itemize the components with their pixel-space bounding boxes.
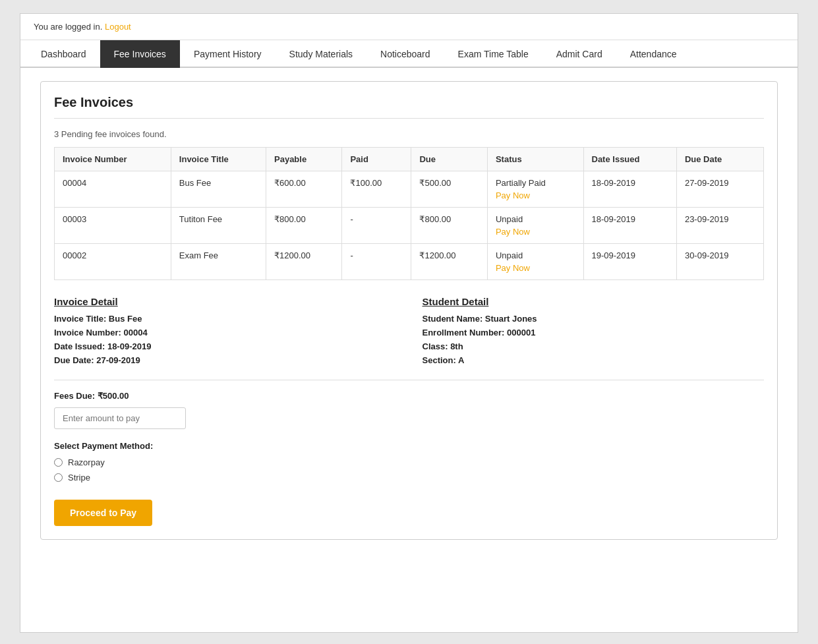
cell-paid: - (342, 208, 411, 244)
fee-invoices-card: Fee Invoices 3 Pending fee invoices foun… (40, 81, 778, 540)
cell-status: Partially Paid Pay Now (487, 171, 583, 208)
student-name-line: Student Name: Stuart Jones (423, 314, 765, 324)
pay-now-link[interactable]: Pay Now (496, 190, 575, 200)
tab-study-materials[interactable]: Study Materials (276, 40, 366, 68)
pending-text: 3 Pending fee invoices found. (54, 129, 764, 139)
cell-invoice-title: Tutiton Fee (171, 208, 266, 244)
cell-due-date: 30-09-2019 (676, 244, 763, 280)
payment-section: Fees Due: ₹500.00 Select Payment Method:… (54, 391, 764, 526)
cell-date-issued: 19-09-2019 (583, 244, 676, 280)
table-row: 00002 Exam Fee ₹1200.00 - ₹1200.00 Unpai… (55, 244, 764, 280)
cell-due-date: 27-09-2019 (676, 171, 763, 208)
tab-fee-invoices[interactable]: Fee Invoices (100, 40, 180, 68)
enrollment-number-line: Enrollment Number: 000001 (423, 328, 765, 337)
cell-due: ₹800.00 (411, 208, 487, 244)
detail-section: Invoice Detail Invoice Title: Bus Fee In… (54, 296, 764, 380)
cell-invoice-number: 00003 (55, 208, 171, 244)
cell-invoice-number: 00002 (55, 244, 171, 280)
col-due-date: Due Date (676, 148, 763, 171)
col-status: Status (487, 148, 583, 171)
cell-status: Unpaid Pay Now (487, 208, 583, 244)
section-line: Section: A (423, 355, 765, 365)
status-text: Unpaid (496, 250, 575, 260)
student-detail: Student Detail Student Name: Stuart Jone… (423, 296, 765, 369)
col-paid: Paid (342, 148, 411, 171)
cell-payable: ₹800.00 (266, 208, 342, 244)
top-bar: You are logged in. Logout (20, 14, 798, 40)
stripe-radio[interactable] (54, 473, 63, 482)
cell-status: Unpaid Pay Now (487, 244, 583, 280)
tab-exam-time-table[interactable]: Exam Time Table (444, 40, 542, 68)
cell-payable: ₹1200.00 (266, 244, 342, 280)
cell-paid: ₹100.00 (342, 171, 411, 208)
status-text: Unpaid (496, 214, 575, 224)
col-due: Due (411, 148, 487, 171)
logout-link[interactable]: Logout (105, 22, 131, 32)
pay-now-link[interactable]: Pay Now (496, 263, 575, 273)
invoices-table: Invoice Number Invoice Title Payable Pai… (54, 147, 764, 280)
cell-invoice-title: Exam Fee (171, 244, 266, 280)
table-row: 00003 Tutiton Fee ₹800.00 - ₹800.00 Unpa… (55, 208, 764, 244)
stripe-option[interactable]: Stripe (54, 473, 764, 483)
payment-method-label: Select Payment Method: (54, 441, 764, 451)
status-text: Partially Paid (496, 178, 575, 188)
cell-payable: ₹600.00 (266, 171, 342, 208)
invoice-date-issued-line: Date Issued: 18-09-2019 (54, 341, 396, 351)
razorpay-radio[interactable] (54, 458, 63, 467)
invoice-number-line: Invoice Number: 00004 (54, 328, 396, 337)
tab-noticeboard[interactable]: Noticeboard (366, 40, 444, 68)
tab-dashboard[interactable]: Dashboard (27, 40, 100, 68)
cell-paid: - (342, 244, 411, 280)
nav-tabs: Dashboard Fee Invoices Payment History S… (20, 40, 798, 68)
tab-admit-card[interactable]: Admit Card (542, 40, 616, 68)
logged-in-text: You are logged in. (34, 22, 102, 32)
fees-due-text: Fees Due: ₹500.00 (54, 391, 764, 401)
razorpay-label: Razorpay (68, 457, 105, 467)
col-invoice-title: Invoice Title (171, 148, 266, 171)
cell-date-issued: 18-09-2019 (583, 171, 676, 208)
class-line: Class: 8th (423, 341, 765, 351)
cell-due: ₹500.00 (411, 171, 487, 208)
stripe-label: Stripe (68, 473, 90, 483)
tab-attendance[interactable]: Attendance (616, 40, 691, 68)
pay-now-link[interactable]: Pay Now (496, 227, 575, 237)
cell-invoice-title: Bus Fee (171, 171, 266, 208)
main-container: You are logged in. Logout Dashboard Fee … (20, 13, 798, 633)
col-date-issued: Date Issued (583, 148, 676, 171)
cell-due-date: 23-09-2019 (676, 208, 763, 244)
amount-input[interactable] (54, 407, 186, 429)
col-invoice-number: Invoice Number (55, 148, 171, 171)
student-detail-heading: Student Detail (423, 296, 765, 307)
cell-date-issued: 18-09-2019 (583, 208, 676, 244)
invoice-detail: Invoice Detail Invoice Title: Bus Fee In… (54, 296, 396, 369)
cell-invoice-number: 00004 (55, 171, 171, 208)
section-title: Fee Invoices (54, 95, 764, 119)
razorpay-option[interactable]: Razorpay (54, 457, 764, 467)
invoice-title-line: Invoice Title: Bus Fee (54, 314, 396, 324)
invoice-detail-heading: Invoice Detail (54, 296, 396, 307)
cell-due: ₹1200.00 (411, 244, 487, 280)
col-payable: Payable (266, 148, 342, 171)
content-area: Fee Invoices 3 Pending fee invoices foun… (20, 68, 798, 560)
tab-payment-history[interactable]: Payment History (180, 40, 276, 68)
table-row: 00004 Bus Fee ₹600.00 ₹100.00 ₹500.00 Pa… (55, 171, 764, 208)
invoice-due-date-line: Due Date: 27-09-2019 (54, 355, 396, 365)
proceed-to-pay-button[interactable]: Proceed to Pay (54, 500, 152, 526)
